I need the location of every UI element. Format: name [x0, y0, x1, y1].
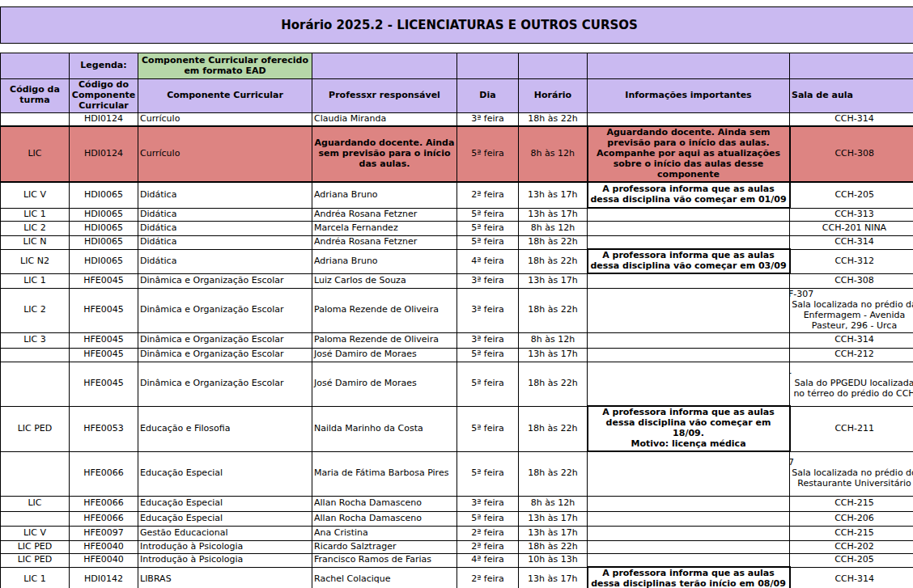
- cell-horario: 13h às 17h: [519, 511, 588, 526]
- schedule-row: LIC PEDHFE0040Introdução à PsicologiaFra…: [1, 553, 913, 567]
- header-row: Código da turma Código do Componente Cur…: [1, 79, 913, 113]
- cell-codigo-componente: HFE0066: [70, 496, 138, 511]
- legend-empty-cell: [1, 53, 70, 79]
- cell-sala: CCH-212: [790, 348, 913, 362]
- cell-dia: 5ª feira: [457, 406, 519, 451]
- cell-sala: CCH-314: [790, 112, 913, 126]
- cell-componente: Educação e Filosofia: [138, 406, 312, 451]
- cell-dia: 3ª feira: [457, 288, 519, 332]
- cell-professor: Francisco Ramos de Farias: [312, 553, 457, 567]
- schedule-row: LIC 2HDI0065DidáticaMarcela Fernandez5ª …: [1, 221, 913, 235]
- cell-codigo-componente: HFE0053: [70, 406, 138, 451]
- cell-componente: Currículo: [138, 126, 312, 182]
- cell-horario: 13h às 17h: [519, 348, 588, 362]
- cell-sala: CCH-205: [790, 182, 913, 208]
- cell-dia: 5ª feira: [457, 451, 519, 496]
- cell-sala: CCH-312: [790, 249, 913, 273]
- cell-dia: 5ª feira: [457, 348, 519, 362]
- cell-dia: 5ª feira: [457, 511, 519, 526]
- schedule-row: LIC NHDI0065DidáticaAndréa Rosana Fetzne…: [1, 235, 913, 249]
- cell-codigo-componente: HFE0097: [70, 526, 138, 540]
- cell-professor: José Damiro de Moraes: [312, 362, 457, 406]
- legend-row: Legenda: Componente Curricular oferecido…: [1, 53, 913, 79]
- cell-horario: 13h às 17h: [519, 567, 588, 588]
- cell-horario: 18h às 22h: [519, 362, 588, 406]
- cell-componente: Dinâmica e Organização Escolar: [138, 362, 312, 406]
- cell-professor: Ana Cristina: [312, 526, 457, 540]
- cell-informacoes: [588, 273, 790, 288]
- cell-turma: LIC 1: [1, 208, 70, 221]
- legend-empty-cell: [457, 53, 519, 79]
- cell-informacoes: [588, 221, 790, 235]
- cell-codigo-componente: HFE0066: [70, 451, 138, 496]
- col-header-sala: Sala de aula: [790, 79, 913, 113]
- cell-sala: CCH-313: [790, 208, 913, 221]
- cell-componente: Introdução à Psicologia: [138, 540, 312, 553]
- cell-professor: Adriana Bruno: [312, 249, 457, 273]
- cell-componente: Dinâmica e Organização Escolar: [138, 273, 312, 288]
- cell-componente: Didática: [138, 208, 312, 221]
- cell-dia: 2ª feira: [457, 526, 519, 540]
- cell-turma: [1, 348, 70, 362]
- cell-professor: Allan Rocha Damasceno: [312, 511, 457, 526]
- cell-componente: Gestão Educacional: [138, 526, 312, 540]
- cell-informacoes: [588, 496, 790, 511]
- cell-professor: Luiz Carlos de Souza: [312, 273, 457, 288]
- cell-turma: LIC 2: [1, 288, 70, 332]
- cell-informacoes: A professora informa que as aulas dessa …: [588, 249, 790, 273]
- cell-turma: [1, 511, 70, 526]
- cell-horario: 18h às 22h: [519, 288, 588, 332]
- cell-codigo-componente: HDI0065: [70, 208, 138, 221]
- col-header-dia: Dia: [457, 79, 519, 113]
- page-title: Horário 2025.2 - LICENCIATURAS E OUTROS …: [281, 18, 638, 32]
- cell-professor: Allan Rocha Damasceno: [312, 496, 457, 511]
- cell-horario: 8h às 12h: [519, 126, 588, 182]
- sala-location-note: Sala localizada no prédio da Enfermagem …: [792, 300, 913, 332]
- cell-horario: 8h às 12h: [519, 221, 588, 235]
- schedule-row: LIC 3HFE0045Dinâmica e Organização Escol…: [1, 332, 913, 348]
- cell-dia: 4ª feira: [457, 553, 519, 567]
- schedule-row: HFE0045Dinâmica e Organização EscolarJos…: [1, 362, 913, 406]
- legend-label: Legenda:: [70, 53, 138, 79]
- cell-sala: CCH-215: [790, 496, 913, 511]
- schedule-row: HFE0066Educação EspecialAllan Rocha Dama…: [1, 511, 913, 526]
- cell-turma: LIC N: [1, 235, 70, 249]
- cell-professor: Maria de Fátima Barbosa Pires: [312, 451, 457, 496]
- legend-empty-cell: [790, 53, 913, 79]
- cell-turma: LIC 1: [1, 273, 70, 288]
- col-header-horario: Horário: [519, 79, 588, 113]
- cell-dia: 3ª feira: [457, 112, 519, 126]
- cell-turma: LIC 1: [1, 567, 70, 588]
- cell-informacoes: [588, 553, 790, 567]
- cell-codigo-componente: HFE0045: [70, 332, 138, 348]
- cell-horario: 18h às 22h: [519, 235, 588, 249]
- cell-professor: Adriana Bruno: [312, 182, 457, 208]
- cell-componente: Didática: [138, 221, 312, 235]
- schedule-row: LICHFE0066Educação EspecialAllan Rocha D…: [1, 496, 913, 511]
- cell-componente: Didática: [138, 249, 312, 273]
- cell-sala: CCH-215: [790, 526, 913, 540]
- cell-horario: 18h às 22h: [519, 406, 588, 451]
- schedule-row: LIC 1HDI0065DidáticaAndréa Rosana Fetzne…: [1, 208, 913, 221]
- cell-turma: LIC 2: [1, 221, 70, 235]
- cell-sala: -Sala do PPGEDU localizada no térreo do …: [790, 362, 913, 406]
- cell-horario: 8h às 12h: [519, 496, 588, 511]
- cell-sala: CCH-201 NINA: [790, 221, 913, 235]
- cell-horario: 18h às 22h: [519, 112, 588, 126]
- cell-codigo-componente: HDI0065: [70, 235, 138, 249]
- schedule-row: LIC 2HFE0045Dinâmica e Organização Escol…: [1, 288, 913, 332]
- cell-codigo-componente: HDI0065: [70, 221, 138, 235]
- cell-professor: Rachel Colacique: [312, 567, 457, 588]
- col-header-professor: Professxr responsável: [312, 79, 457, 113]
- cell-turma: [1, 451, 70, 496]
- cell-informacoes: [588, 208, 790, 221]
- cell-componente: Dinâmica e Organização Escolar: [138, 348, 312, 362]
- cell-professor: Ricardo Salztrager: [312, 540, 457, 553]
- cell-codigo-componente: HDI0124: [70, 126, 138, 182]
- cell-informacoes: A professora informa que as aulas dessa …: [588, 182, 790, 208]
- cell-horario: 8h às 12h: [519, 332, 588, 348]
- cell-componente: Dinâmica e Organização Escolar: [138, 332, 312, 348]
- schedule-row: LIC VHDI0065DidáticaAdriana Bruno2ª feir…: [1, 182, 913, 208]
- cell-informacoes: [588, 112, 790, 126]
- cell-professor: Nailda Marinho da Costa: [312, 406, 457, 451]
